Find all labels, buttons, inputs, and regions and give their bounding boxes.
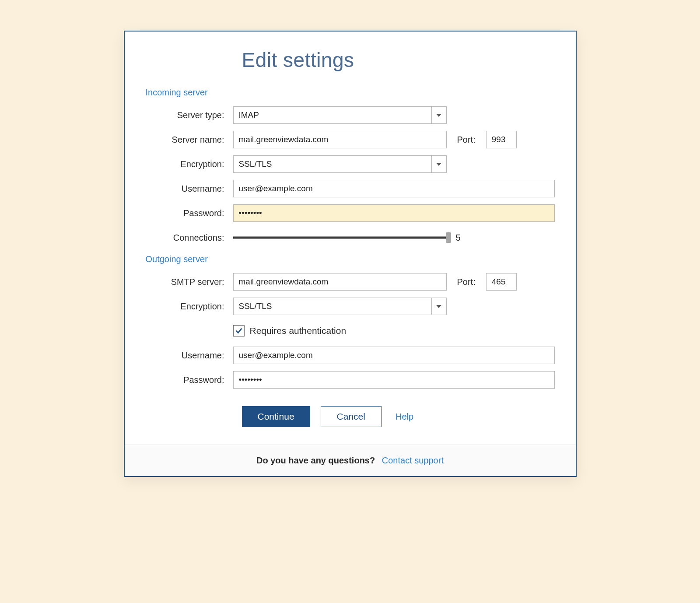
out-password-input[interactable] xyxy=(233,371,555,389)
help-link[interactable]: Help xyxy=(396,412,413,422)
row-in-password: Password: xyxy=(146,204,555,222)
in-password-input[interactable] xyxy=(233,204,555,222)
smtp-input[interactable] xyxy=(233,273,447,291)
server-name-input[interactable] xyxy=(233,131,447,148)
connections-slider[interactable] xyxy=(233,233,449,242)
slider-thumb[interactable] xyxy=(446,232,451,243)
contact-support-link[interactable]: Contact support xyxy=(382,456,444,465)
settings-panel: Edit settings Incoming server Server typ… xyxy=(124,31,577,477)
out-username-input[interactable] xyxy=(233,347,555,364)
checkmark-icon xyxy=(235,327,243,335)
in-encryption-value: SSL/TLS xyxy=(234,156,431,172)
incoming-port-label: Port: xyxy=(457,135,476,145)
server-name-label: Server name: xyxy=(146,135,233,145)
row-requires-auth: Requires authentication xyxy=(146,322,555,340)
slider-track xyxy=(233,237,449,239)
in-encryption-select[interactable]: SSL/TLS xyxy=(233,155,447,173)
row-in-username: Username: xyxy=(146,180,555,197)
out-password-label: Password: xyxy=(146,375,233,385)
outgoing-header: Outgoing server xyxy=(146,254,555,264)
row-server-name: Server name: Port: xyxy=(146,131,555,148)
server-type-dropdown-button[interactable] xyxy=(431,107,446,123)
out-username-label: Username: xyxy=(146,351,233,361)
connections-value: 5 xyxy=(455,233,460,243)
outgoing-port-label: Port: xyxy=(457,277,476,287)
caret-down-icon xyxy=(436,163,441,166)
out-encryption-value: SSL/TLS xyxy=(234,298,431,315)
out-encryption-dropdown-button[interactable] xyxy=(431,298,446,315)
footer-question: Do you have any questions? xyxy=(256,456,375,465)
cancel-button[interactable]: Cancel xyxy=(321,406,382,427)
requires-auth-checkbox[interactable]: Requires authentication xyxy=(233,325,346,337)
row-out-password: Password: xyxy=(146,371,555,389)
caret-down-icon xyxy=(436,114,441,117)
row-out-encryption: Encryption: SSL/TLS xyxy=(146,298,555,315)
in-username-label: Username: xyxy=(146,184,233,194)
outgoing-port-input[interactable] xyxy=(486,273,517,291)
row-out-username: Username: xyxy=(146,347,555,364)
smtp-label: SMTP server: xyxy=(146,277,233,287)
server-type-value: IMAP xyxy=(234,107,431,123)
in-encryption-dropdown-button[interactable] xyxy=(431,156,446,172)
incoming-header: Incoming server xyxy=(146,88,555,98)
incoming-port-input[interactable] xyxy=(486,131,517,148)
requires-auth-label: Requires authentication xyxy=(250,326,346,336)
buttons-row: Continue Cancel Help xyxy=(242,406,555,427)
in-encryption-label: Encryption: xyxy=(146,159,233,169)
row-server-type: Server type: IMAP xyxy=(146,106,555,124)
out-encryption-select[interactable]: SSL/TLS xyxy=(233,298,447,315)
row-in-encryption: Encryption: SSL/TLS xyxy=(146,155,555,173)
caret-down-icon xyxy=(436,305,441,308)
continue-button[interactable]: Continue xyxy=(242,406,310,427)
row-connections: Connections: 5 xyxy=(146,229,555,246)
server-type-select[interactable]: IMAP xyxy=(233,106,447,124)
page-title: Edit settings xyxy=(242,48,555,72)
footer: Do you have any questions? Contact suppo… xyxy=(125,445,576,476)
panel-content: Edit settings Incoming server Server typ… xyxy=(125,32,576,445)
connections-label: Connections: xyxy=(146,233,233,243)
row-smtp: SMTP server: Port: xyxy=(146,273,555,291)
server-type-label: Server type: xyxy=(146,110,233,120)
in-password-label: Password: xyxy=(146,208,233,218)
in-username-input[interactable] xyxy=(233,180,555,197)
checkbox-box xyxy=(233,325,245,337)
out-encryption-label: Encryption: xyxy=(146,302,233,312)
